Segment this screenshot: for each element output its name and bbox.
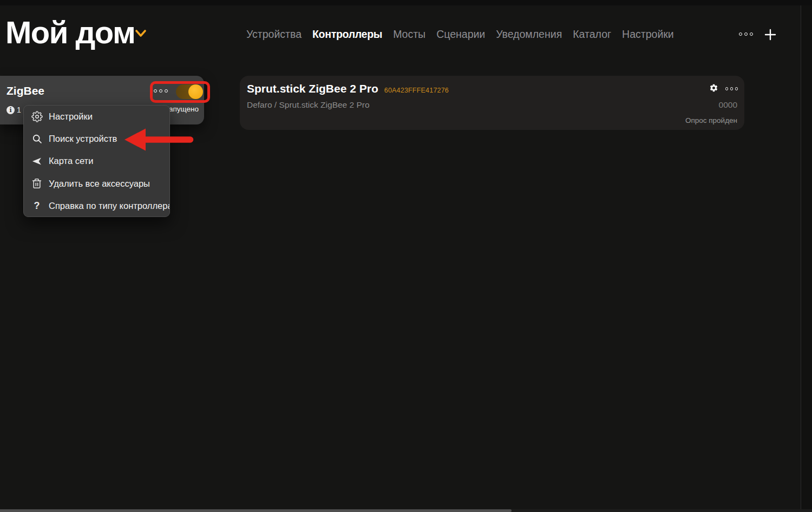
question-icon: ? (30, 199, 43, 212)
annotation-highlight-box (150, 81, 210, 103)
menu-item-label: Настройки (49, 111, 93, 122)
controller-status: Опрос пройден (685, 116, 737, 124)
menu-item-settings[interactable]: Настройки (24, 106, 169, 128)
controller-more-button[interactable] (725, 87, 738, 90)
trash-icon (30, 177, 43, 190)
ellipsis-icon (725, 87, 729, 90)
info-icon: i (6, 106, 15, 114)
menu-item-label: Справка по типу контроллера (49, 201, 170, 211)
menu-item-label: Карта сети (49, 156, 93, 166)
controller-subtitle: Defaro / Sprut.stick ZigBee 2 Pro (247, 100, 370, 110)
zigbee-card-title: ZigBee (6, 84, 44, 97)
tab-devices[interactable]: Устройства (246, 28, 302, 41)
zigbee-info-count: 1 (17, 106, 21, 114)
zigbee-info-row: i 1 (6, 106, 21, 114)
ellipsis-icon (739, 32, 742, 36)
horizontal-scrollbar-thumb[interactable] (0, 509, 512, 512)
gear-icon (30, 110, 43, 123)
tab-controllers[interactable]: Контроллеры (312, 28, 382, 41)
menu-item-search-devices[interactable]: Поиск устройств (24, 128, 169, 150)
add-button[interactable] (764, 29, 776, 41)
menu-item-network-map[interactable]: Карта сети (24, 150, 169, 172)
menu-item-label: Поиск устройств (49, 134, 117, 144)
tab-scenarios[interactable]: Сценарии (436, 28, 485, 41)
sprutstick-controller-card[interactable]: Sprut.stick ZigBee 2 Pro 60A423FFFE41727… (240, 76, 744, 130)
controller-title: Sprut.stick ZigBee 2 Pro (247, 82, 378, 95)
tab-settings[interactable]: Настройки (622, 28, 674, 41)
controller-title-row: Sprut.stick ZigBee 2 Pro 60A423FFFE41727… (247, 82, 449, 95)
tab-notifications[interactable]: Уведомления (496, 28, 562, 41)
menu-item-controller-help[interactable]: ? Справка по типу контроллера (24, 195, 169, 217)
tab-catalog[interactable]: Каталог (573, 28, 611, 41)
page-title: Мой дом (5, 14, 135, 50)
controller-serial: 60A423FFFE417276 (384, 87, 449, 94)
horizontal-scrollbar-track (0, 509, 812, 512)
plus-icon (765, 30, 775, 40)
search-icon (30, 133, 43, 146)
window-right-edge (801, 5, 812, 509)
window-right-border (801, 5, 801, 509)
menu-item-label: Удалить все аксессуары (49, 179, 150, 189)
tab-bridges[interactable]: Мосты (393, 28, 425, 41)
gear-icon[interactable] (709, 83, 718, 93)
chevron-down-icon[interactable] (135, 29, 147, 40)
zigbee-context-menu: Настройки Поиск устройств Карта сети (23, 105, 170, 217)
menu-item-remove-all-accessories[interactable]: Удалить все аксессуары (24, 173, 169, 195)
window-top-strip (0, 0, 812, 5)
network-map-icon (30, 155, 43, 168)
header-more-button[interactable] (739, 32, 753, 36)
main-nav: Устройства Контроллеры Мосты Сценарии Ув… (246, 28, 674, 41)
controller-channel: 0000 (719, 100, 737, 110)
